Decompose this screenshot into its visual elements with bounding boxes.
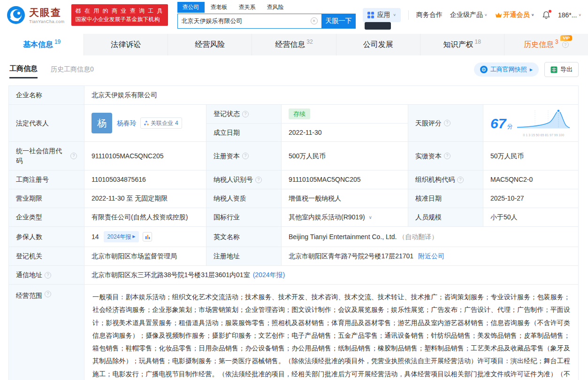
tab-count: 18 bbox=[475, 39, 481, 45]
field-label: 经营范围 bbox=[16, 291, 42, 301]
insured-source-icon[interactable] bbox=[143, 232, 152, 241]
legal-rep-avatar[interactable]: 杨 bbox=[92, 113, 112, 133]
apps-label: 应用 bbox=[377, 11, 390, 19]
tab-operating-risk[interactable]: 经营风险 bbox=[168, 34, 252, 55]
label-company-type: 企业类型 bbox=[9, 208, 84, 226]
tab-operating-info[interactable]: 经营信息 32 bbox=[252, 34, 336, 55]
mailing-address-report-link[interactable]: (2024年报) bbox=[253, 270, 285, 280]
label-registered-address: 注册地址 bbox=[206, 247, 281, 265]
help-icon[interactable]: ? bbox=[70, 153, 77, 159]
mini-bars-icon bbox=[145, 234, 150, 240]
paid-capital: 50万人民币 bbox=[490, 151, 524, 161]
official-snapshot-button[interactable]: 工商官网快照 ▶ bbox=[474, 62, 539, 77]
value-business-scope: 一般项目：剧本娱乐活动；组织文化艺术交流活动；技术服务、技术开发、技术咨询、技术… bbox=[84, 285, 578, 380]
nearby-companies-link[interactable]: 附近公司 bbox=[418, 251, 444, 261]
tab-legal-litigation[interactable]: 法律诉讼 bbox=[84, 34, 168, 55]
help-icon[interactable]: ? bbox=[45, 272, 51, 279]
slogan-line2: 国家中小企业发展子基金旗下机构 bbox=[76, 15, 164, 23]
value-staff-size: 小于50人 bbox=[483, 208, 578, 226]
subtab-row: 工商信息 历史工商信息0 工商官网快照 ▶ 导出 bbox=[0, 55, 588, 85]
table-row: 统一社会信用代码 ? 91110105MAC5QNC205 注册资本 ? 500… bbox=[9, 141, 578, 170]
search-submit-button[interactable]: 天眼一下 bbox=[322, 14, 356, 29]
search-input[interactable] bbox=[182, 17, 311, 24]
expand-industry-icon[interactable]: ∨ bbox=[369, 214, 372, 221]
export-spreadsheet-icon bbox=[550, 66, 557, 73]
label-registration-number: 工商注册号 bbox=[9, 171, 84, 189]
label-industry: 国标行业 bbox=[206, 208, 281, 226]
account-phone-label: 186*... bbox=[558, 11, 577, 19]
table-row: 参保人数 14 2024年报 ▶ 英文名称 bbox=[9, 226, 578, 247]
search-input-wrap: ✕ bbox=[177, 14, 322, 29]
value-registration-authority: 北京市朝阳区市场监督管理局 bbox=[84, 247, 206, 265]
help-icon[interactable]: ? bbox=[562, 41, 569, 48]
label-legal-representative: 法定代表人 bbox=[9, 105, 84, 141]
tab-label: 历史信息 bbox=[524, 40, 554, 50]
label-registration-status: 登记状态 ? bbox=[206, 105, 281, 123]
help-icon[interactable]: ? bbox=[444, 120, 451, 126]
staff-size: 小于50人 bbox=[490, 212, 518, 222]
label-org-code: 组织机构代码 ? bbox=[408, 171, 483, 189]
field-label: 通信地址 bbox=[16, 270, 42, 280]
header-right-nav: 应用 ∨ 商务合作 企业级产品 ∨ 开通会员 ∨ 186*... bbox=[363, 8, 581, 22]
arrow-right-icon: ▶ bbox=[132, 234, 135, 240]
field-label: 纳税人资质 bbox=[214, 194, 246, 203]
notifications-button[interactable] bbox=[542, 11, 550, 19]
tianyan-score-cell[interactable]: 67分 0 1 3 15 50 65 81 97 99 100 bbox=[483, 105, 578, 141]
apps-menu-button[interactable]: 应用 ∨ bbox=[363, 8, 401, 22]
score-unit: 分 bbox=[507, 123, 512, 130]
tianyancha-logo-icon bbox=[7, 6, 25, 24]
tab-basic-info[interactable]: 基本信息 19 bbox=[0, 34, 84, 55]
label-insured-count: 参保人数 bbox=[9, 227, 84, 247]
annual-report-badge[interactable]: 2024年报 ▶ bbox=[104, 231, 139, 242]
score-curve bbox=[516, 109, 571, 130]
search-tab-relation[interactable]: 查关系 bbox=[234, 2, 261, 13]
help-icon[interactable]: ? bbox=[242, 111, 249, 117]
tab-intellectual-property[interactable]: 知识产权 18 bbox=[420, 34, 504, 55]
business-cooperation-link[interactable]: 商务合作 bbox=[416, 11, 443, 19]
field-label: 统一社会信用代码 bbox=[16, 146, 68, 166]
label-registration-authority: 登记机关 bbox=[9, 247, 84, 265]
help-icon[interactable]: ? bbox=[242, 153, 249, 159]
apps-dropdown-peek bbox=[365, 22, 391, 30]
search-tabs: 查公司 查老板 查关系 查风险 bbox=[177, 2, 356, 13]
subtab-history-business-info[interactable]: 历史工商信息0 bbox=[51, 65, 94, 74]
notification-dot bbox=[549, 10, 551, 13]
open-vip-link[interactable]: 开通会员 ∨ bbox=[495, 11, 535, 19]
help-icon[interactable]: ? bbox=[457, 177, 464, 183]
related-graph-icon bbox=[144, 121, 149, 125]
help-icon[interactable]: ? bbox=[444, 153, 451, 159]
field-label: 法定代表人 bbox=[16, 118, 49, 128]
field-label: 注册地址 bbox=[214, 251, 240, 261]
help-icon[interactable]: ? bbox=[45, 291, 51, 297]
establish-date: 2022-11-30 bbox=[289, 128, 322, 138]
company-type: 有限责任公司(自然人投资或控股) bbox=[92, 212, 188, 222]
field-label: 企业类型 bbox=[16, 212, 42, 222]
tab-label: 基本信息 bbox=[23, 40, 53, 50]
legal-rep-name-link[interactable]: 杨春玲 bbox=[117, 118, 137, 128]
field-label: 注册资本 bbox=[214, 151, 240, 161]
clear-search-icon[interactable]: ✕ bbox=[311, 17, 318, 24]
account-phone-menu[interactable]: 186*... ∨ bbox=[558, 11, 581, 19]
english-name: Beijing Tianyi Entertainment Co., Ltd. bbox=[289, 232, 397, 242]
tianyancha-logo[interactable]: 天眼查 TianYanCha.com bbox=[7, 6, 65, 24]
related-companies-badge[interactable]: 关联企业 4 bbox=[140, 117, 182, 129]
help-icon[interactable]: ? bbox=[255, 177, 262, 183]
vip-badge: VIP bbox=[560, 35, 572, 41]
field-label: 登记机关 bbox=[16, 251, 42, 261]
related-companies-label: 关联企业 bbox=[151, 119, 173, 127]
subtab-business-info[interactable]: 工商信息 bbox=[9, 64, 38, 78]
related-companies-count: 4 bbox=[175, 119, 178, 127]
export-button[interactable]: 导出 bbox=[544, 62, 579, 77]
value-legal-representative: 杨 杨春玲 关联企业 4 bbox=[84, 105, 206, 141]
value-company-type: 有限责任公司(自然人投资或控股) bbox=[84, 208, 206, 226]
search-tab-risk[interactable]: 查风险 bbox=[262, 2, 289, 13]
search-tab-company[interactable]: 查公司 bbox=[177, 2, 205, 13]
tab-company-development[interactable]: 公司发展 bbox=[336, 34, 420, 55]
table-row: 法定代表人 杨 杨春玲 关联企业 4 登记状态 ? bbox=[9, 104, 578, 141]
open-vip-label: 开通会员 bbox=[504, 11, 530, 19]
tab-history-info[interactable]: VIP 历史信息 3 ? bbox=[504, 34, 588, 55]
search-tab-boss[interactable]: 查老板 bbox=[206, 2, 233, 13]
enterprise-products-link[interactable]: 企业级产品 ∨ bbox=[450, 11, 488, 19]
tab-label: 公司发展 bbox=[363, 40, 393, 50]
apps-grid-icon bbox=[367, 12, 374, 18]
